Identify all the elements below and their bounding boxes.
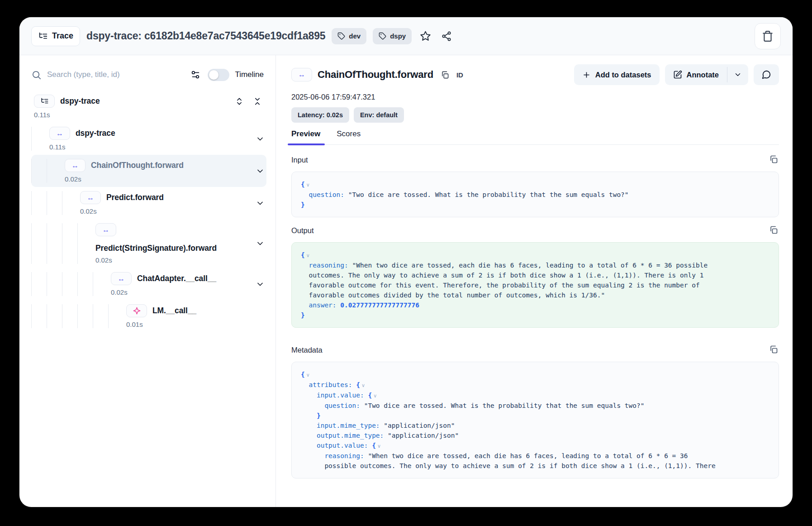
indent-guide bbox=[77, 304, 93, 328]
json-line: { ∨ bbox=[301, 250, 769, 260]
comment-bubble-icon bbox=[761, 70, 771, 80]
copy-icon bbox=[769, 155, 778, 164]
star-button[interactable] bbox=[418, 29, 433, 43]
tag-dev[interactable]: dev bbox=[332, 28, 366, 44]
tree-row-label: ChainOfThought.forward bbox=[91, 161, 184, 170]
trace-type-label: Trace bbox=[52, 31, 73, 41]
json-line: attributes: { ∨ bbox=[301, 380, 769, 390]
indent-guide bbox=[47, 191, 62, 215]
share-button[interactable] bbox=[439, 29, 454, 43]
tree-row-chainofthought-forward[interactable]: ↔ChainOfThought.forward0.02s bbox=[31, 155, 266, 187]
json-line: answer: 0.027777777777777776 bbox=[301, 300, 769, 310]
indent-guide bbox=[108, 304, 123, 328]
copy-output-button[interactable] bbox=[768, 225, 779, 237]
chevron-down-icon bbox=[256, 280, 265, 289]
span-badge: ↔ bbox=[95, 223, 116, 236]
collapse-caret[interactable]: ∨ bbox=[305, 182, 310, 187]
span-type-icon: ↔ bbox=[291, 68, 312, 81]
collapse-caret[interactable]: ∨ bbox=[305, 372, 310, 378]
detail-tabs: Preview Scores bbox=[291, 129, 779, 145]
tree-row-collapse-button[interactable] bbox=[249, 191, 265, 215]
section-metadata: Metadata{ ∨ attributes: { ∨ input.value:… bbox=[291, 344, 779, 478]
span-icon: ↔ bbox=[87, 194, 94, 201]
output-json: { ∨ reasoning: "When two dice are tossed… bbox=[291, 242, 779, 328]
tag-icon bbox=[379, 32, 386, 40]
span-tree: dspy-trace0.11s↔dspy-trace0.11s↔ChainOfT… bbox=[19, 91, 275, 507]
tree-row-dspy-trace[interactable]: ↔dspy-trace0.11s bbox=[31, 123, 266, 155]
copy-input-button[interactable] bbox=[768, 154, 779, 166]
copy-id-button[interactable] bbox=[439, 69, 451, 81]
env-badge: Env: default bbox=[354, 107, 404, 123]
tree-row-predict-forward[interactable]: ↔Predict.forward0.02s bbox=[31, 187, 266, 219]
collapse-all-button[interactable] bbox=[251, 95, 264, 108]
tag-dspy[interactable]: dspy bbox=[373, 28, 412, 44]
generation-icon bbox=[133, 306, 141, 315]
json-line: output.mime_type: "application/json" bbox=[301, 430, 769, 440]
search-input[interactable] bbox=[47, 70, 183, 79]
tree-row-predict-stringsignature-forward[interactable]: ↔Predict(StringSignature).forward0.02s bbox=[31, 219, 266, 268]
trace-window: Trace dspy-trace: c6182b14e8e7ac7543645e… bbox=[19, 17, 793, 507]
search-settings-button[interactable] bbox=[189, 68, 202, 81]
tab-preview[interactable]: Preview bbox=[291, 129, 320, 144]
tree-row-label: LM.__call__ bbox=[152, 306, 196, 316]
json-line: favorable outcome for this event. Theref… bbox=[301, 280, 769, 290]
timeline-toggle[interactable] bbox=[208, 69, 229, 81]
tree-row-collapse-button[interactable] bbox=[249, 272, 265, 296]
section-title: Output bbox=[291, 226, 314, 235]
preview-content: Input{ ∨ question: "Two dice are tossed.… bbox=[291, 145, 779, 507]
tag-label: dspy bbox=[390, 32, 406, 40]
tree-row-dspy-trace[interactable]: dspy-trace0.11s bbox=[31, 91, 266, 123]
tag-icon bbox=[337, 32, 345, 40]
json-line: favorable outcomes divided by the total … bbox=[301, 290, 769, 300]
span-detail-panel: ↔ ChainOfThought.forward ID Add to datas… bbox=[276, 55, 793, 507]
add-to-datasets-button[interactable]: Add to datasets bbox=[574, 64, 660, 85]
tree-row-duration: 0.02s bbox=[65, 175, 249, 183]
timeline-toggle-label: Timeline bbox=[235, 70, 264, 79]
json-line: reasoning: "When two dice are tossed, ea… bbox=[301, 260, 769, 270]
section-title: Input bbox=[291, 156, 308, 164]
tree-row-lm-call-[interactable]: LM.__call__0.01s bbox=[31, 300, 266, 332]
annotate-dropdown-button[interactable] bbox=[727, 64, 748, 85]
copy-icon bbox=[769, 225, 778, 234]
search-icon bbox=[31, 70, 42, 80]
tree-row-collapse-button[interactable] bbox=[249, 159, 265, 183]
indent-guide bbox=[31, 223, 47, 264]
tree-row-chatadapter-call-[interactable]: ↔ChatAdapter.__call__0.02s bbox=[31, 268, 266, 300]
annotate-split-button: Annotate bbox=[665, 64, 749, 85]
tag-label: dev bbox=[349, 32, 361, 40]
indent-guide bbox=[62, 223, 77, 264]
chevron-down-icon bbox=[256, 167, 265, 176]
annotate-button[interactable]: Annotate bbox=[665, 64, 727, 85]
indent-guide bbox=[31, 191, 47, 215]
comments-button[interactable] bbox=[754, 64, 779, 85]
tab-scores[interactable]: Scores bbox=[337, 129, 361, 144]
tree-row-duration: 0.02s bbox=[95, 256, 249, 264]
collapse-caret[interactable]: ∨ bbox=[360, 383, 365, 388]
sliders-icon bbox=[190, 70, 200, 80]
copy-metadata-button[interactable] bbox=[768, 344, 779, 356]
delete-trace-button[interactable] bbox=[755, 23, 781, 49]
chevron-down-icon bbox=[256, 239, 265, 248]
collapse-caret[interactable]: ∨ bbox=[305, 253, 310, 258]
chevron-down-icon bbox=[256, 134, 265, 143]
span-icon: ↔ bbox=[56, 130, 63, 137]
tree-row-label: Predict.forward bbox=[106, 193, 164, 202]
chevron-down-icon bbox=[256, 199, 265, 208]
json-line: { ∨ bbox=[301, 369, 769, 380]
tree-row-collapse-button[interactable] bbox=[249, 127, 265, 151]
json-line: reasoning: "When two dice are tossed, ea… bbox=[301, 451, 769, 461]
json-line: question: "Two dice are tossed. What is … bbox=[301, 401, 769, 411]
collapse-caret[interactable]: ∨ bbox=[376, 443, 381, 449]
tree-row-collapse-button[interactable] bbox=[249, 223, 265, 264]
annotate-pen-icon bbox=[673, 70, 682, 79]
indent-guide bbox=[47, 223, 62, 264]
section-output: Output{ ∨ reasoning: "When two dice are … bbox=[291, 225, 779, 328]
section-title: Metadata bbox=[291, 346, 323, 354]
trace-badge bbox=[34, 95, 55, 108]
collapse-caret[interactable]: ∨ bbox=[372, 393, 377, 398]
metadata-json: { ∨ attributes: { ∨ input.value: { ∨ que… bbox=[291, 362, 779, 478]
expand-all-button[interactable] bbox=[233, 95, 246, 108]
json-line: input.value: { ∨ bbox=[301, 390, 769, 401]
tree-expand-controls bbox=[233, 95, 264, 108]
span-title: ChainOfThought.forward bbox=[318, 69, 433, 81]
